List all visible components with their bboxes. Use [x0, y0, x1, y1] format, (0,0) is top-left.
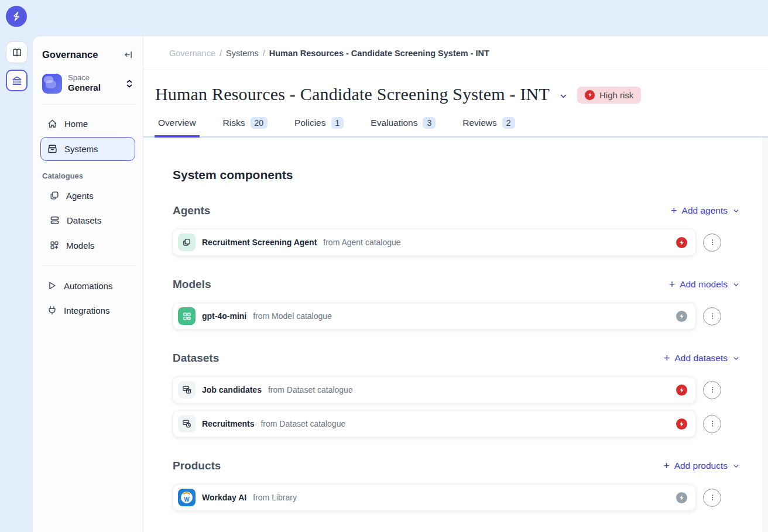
breadcrumb-item-systems[interactable]: Systems: [226, 49, 259, 58]
sidebar-item-label: Datasets: [67, 215, 101, 225]
app-rail: [0, 0, 33, 532]
sidebar-item-label: Systems: [64, 144, 98, 154]
component-source: from Library: [253, 493, 297, 502]
component-name: Recruitments: [202, 419, 254, 428]
model-grid-icon: [178, 307, 196, 325]
high-risk-bolt-icon: [676, 237, 687, 248]
component-row: W Workday AI from Library: [173, 484, 721, 511]
tab-count-badge: 2: [502, 117, 515, 129]
space-icon: [42, 74, 62, 94]
sidebar-item-home[interactable]: Home: [40, 112, 135, 136]
add-agents-button[interactable]: + Add agents: [671, 205, 740, 216]
add-products-button[interactable]: + Add products: [663, 461, 740, 471]
plus-icon: +: [663, 461, 670, 471]
systems-drawer-icon: [47, 143, 58, 155]
chevron-down-icon: [732, 355, 740, 362]
grid-plus-icon: [49, 240, 60, 250]
home-icon: [47, 118, 58, 129]
app-logo-icon[interactable]: [6, 6, 27, 27]
component-name: Job candidates: [202, 385, 262, 394]
component-row: Recruitment Screening Agent from Agent c…: [173, 229, 721, 256]
sidebar-item-automations[interactable]: Automations: [40, 274, 135, 297]
model-card-gpt-4o-mini[interactable]: gpt-4o-mini from Model catalogue: [173, 303, 696, 330]
add-datasets-button[interactable]: + Add datasets: [664, 353, 740, 363]
system-components-panel: System components Agents + Add agents: [143, 138, 768, 532]
breadcrumb-item-governance[interactable]: Governance: [169, 49, 215, 58]
risk-badge-label: High risk: [599, 90, 633, 100]
scrollbar[interactable]: [763, 138, 768, 532]
kebab-menu-button[interactable]: [703, 307, 721, 325]
tab-overview[interactable]: Overview: [156, 111, 198, 136]
products-section-heading: Products: [173, 459, 221, 472]
add-button-label: Add products: [674, 461, 728, 471]
agent-copy-icon: [178, 234, 196, 251]
tab-label: Reviews: [462, 118, 497, 128]
product-card-workday-ai[interactable]: W Workday AI from Library: [173, 484, 696, 511]
sidebar-title: Governance: [42, 49, 98, 60]
kebab-menu-button[interactable]: [703, 381, 721, 399]
sidebar-item-label: Models: [66, 241, 94, 250]
governance-rail-button[interactable]: [6, 70, 28, 91]
datasets-section-heading: Datasets: [173, 352, 219, 365]
section-title: System components: [173, 168, 721, 182]
kebab-menu-button[interactable]: [703, 234, 721, 252]
component-row: gpt-4o-mini from Model catalogue: [173, 303, 721, 330]
library-rail-button[interactable]: [6, 42, 28, 63]
tab-count-badge: 20: [251, 117, 268, 129]
space-selector[interactable]: Space General: [40, 64, 135, 104]
kebab-menu-button[interactable]: [703, 415, 721, 433]
tab-policies[interactable]: Policies 1: [293, 111, 345, 136]
component-row: Job candidates from Dataset catalogue: [173, 376, 721, 403]
component-source: from Agent catalogue: [323, 238, 400, 247]
tab-count-badge: 1: [331, 117, 344, 129]
sidebar-item-label: Automations: [64, 281, 112, 291]
collapse-sidebar-icon[interactable]: [124, 50, 133, 60]
workday-logo-icon: W: [178, 489, 196, 506]
agent-card-recruitment-screening-agent[interactable]: Recruitment Screening Agent from Agent c…: [173, 229, 696, 256]
sidebar-item-label: Home: [64, 119, 88, 129]
breadcrumb: Governance / Systems / Human Resources -…: [143, 36, 768, 70]
main-panel: Governance Space General: [33, 36, 768, 532]
copy-icon: [49, 190, 60, 201]
tab-label: Overview: [158, 118, 196, 128]
sidebar-item-datasets[interactable]: Datasets: [43, 208, 135, 232]
sidebar-item-integrations[interactable]: Integrations: [40, 298, 135, 322]
title-chevron-down-icon[interactable]: [559, 92, 568, 101]
risk-badge: High risk: [577, 87, 641, 104]
breadcrumb-separator: /: [263, 49, 265, 58]
component-source: from Dataset catalogue: [268, 385, 353, 394]
database-icon: [49, 215, 60, 226]
component-name: Workday AI: [202, 493, 246, 502]
plus-icon: +: [669, 279, 676, 290]
page-title: Human Resources - Candidate Screening Sy…: [155, 84, 550, 104]
tab-reviews[interactable]: Reviews 2: [461, 111, 516, 136]
agents-section-heading: Agents: [173, 204, 210, 217]
high-risk-bolt-icon: [676, 385, 687, 396]
space-name: General: [68, 83, 119, 94]
dataset-card-job-candidates[interactable]: Job candidates from Dataset catalogue: [173, 376, 696, 403]
sidebar-item-label: Agents: [66, 191, 94, 201]
risk-bolt-icon: [585, 90, 595, 100]
tab-risks[interactable]: Risks 20: [221, 111, 269, 136]
sidebar-item-models[interactable]: Models: [43, 234, 135, 257]
chevron-down-icon: [732, 207, 740, 215]
dataset-table-icon: [178, 381, 196, 399]
plug-icon: [47, 305, 57, 315]
add-button-label: Add datasets: [675, 353, 728, 363]
tab-bar: Overview Risks 20 Policies 1 Evaluations…: [143, 111, 768, 138]
kebab-menu-button[interactable]: [703, 489, 721, 507]
component-source: from Model catalogue: [253, 311, 332, 321]
chevron-down-icon: [732, 281, 740, 289]
add-models-button[interactable]: + Add models: [669, 279, 740, 290]
models-section-heading: Models: [173, 278, 211, 291]
chevron-up-down-icon: [125, 79, 133, 88]
plus-icon: +: [664, 353, 670, 363]
dataset-card-recruitments[interactable]: Recruitments from Dataset catalogue: [173, 410, 696, 437]
space-label: Space: [68, 73, 119, 83]
component-row: Recruitments from Dataset catalogue: [173, 410, 721, 437]
bank-icon: [11, 75, 23, 87]
sidebar-item-systems[interactable]: Systems: [40, 137, 135, 161]
tab-evaluations[interactable]: Evaluations 3: [369, 111, 437, 136]
sidebar-section-label: Catalogues: [40, 171, 135, 180]
sidebar-item-agents[interactable]: Agents: [43, 184, 135, 207]
